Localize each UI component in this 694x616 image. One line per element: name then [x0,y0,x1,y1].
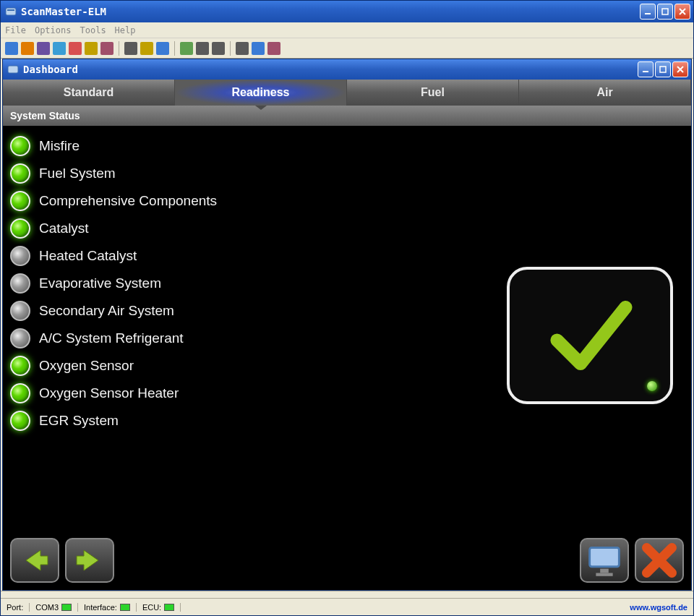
menu-options[interactable]: Options [35,25,72,35]
status-label: Oxygen Sensor Heater [39,385,179,401]
readiness-check-panel [507,267,673,404]
status-label: Fuel System [39,166,116,181]
toolbar-icon-6[interactable] [100,42,113,55]
main-titlebar: ScanMaster-ELM [1,1,693,22]
x-icon [636,537,682,583]
dashboard-title: Dashboard [23,64,638,75]
toolbar-icon-14[interactable] [252,42,265,55]
vendor-url[interactable]: www.wgsoft.de [630,603,687,612]
svg-rect-5 [643,71,648,72]
menubar: File Options Tools Help [1,22,693,38]
status-led-icon [10,273,30,294]
dashboard-maximize-button[interactable] [655,61,671,77]
status-item: Comprehensive Components [10,191,684,211]
cancel-button[interactable] [635,538,684,583]
tab-readiness[interactable]: Readiness [175,80,347,106]
menu-file[interactable]: File [5,25,26,35]
status-label: Heated Catalyst [39,248,137,264]
dashboard-window: Dashboard StandardReadinessFuelAir Syste… [2,59,692,591]
toolbar [1,38,693,59]
toolbar-icon-2[interactable] [37,42,50,55]
tab-air[interactable]: Air [519,80,691,106]
toolbar-icon-12[interactable] [212,42,225,55]
divider [1,591,693,598]
svg-rect-8 [600,569,609,573]
toolbar-icon-4[interactable] [69,42,82,55]
checkmark-icon [536,288,644,382]
tabs: StandardReadinessFuelAir [3,80,691,106]
menu-tools[interactable]: Tools [80,25,106,35]
svg-rect-3 [662,9,668,14]
toolbar-icon-10[interactable] [180,42,193,55]
status-label: Oxygen Sensor [39,358,134,374]
menu-help[interactable]: Help [115,25,136,35]
dashboard-window-controls [638,61,688,77]
svg-rect-9 [596,573,612,576]
status-interface: Interface: [84,603,137,612]
status-led-icon [10,191,30,211]
status-led-icon [10,383,30,403]
status-led-icon [10,356,30,376]
ecu-led-icon [164,604,174,611]
main-title: ScanMaster-ELM [21,6,640,17]
svg-rect-1 [7,9,14,11]
prev-button[interactable] [10,538,59,583]
toolbar-icon-1[interactable] [21,42,34,55]
status-ecu: ECU: [142,603,181,612]
next-button[interactable] [65,538,114,583]
status-led-icon [10,328,30,348]
port-led-icon [61,604,72,611]
status-led-icon [10,136,30,156]
app-icon [5,6,17,17]
status-label: EGR System [39,413,119,429]
toolbar-icon-8[interactable] [140,42,153,55]
status-led-icon [10,218,30,239]
display-button[interactable] [580,538,629,583]
dashboard-minimize-button[interactable] [638,61,654,77]
toolbar-icon-3[interactable] [53,42,66,55]
dashboard-close-button[interactable] [672,61,688,77]
status-led-icon [10,246,30,266]
status-port-value: COM3 [35,603,78,612]
svg-rect-4 [8,66,18,73]
status-led-icon [10,411,30,431]
minimize-button[interactable] [640,4,656,20]
status-label: Misfire [39,138,80,154]
arrow-left-icon [19,544,51,576]
port-label: Port: [7,603,23,612]
status-label: Catalyst [39,221,89,236]
interface-led-icon [120,604,130,611]
monitor-icon [581,537,627,583]
section-header: System Status [3,106,691,126]
svg-rect-6 [660,67,666,72]
tab-fuel[interactable]: Fuel [347,80,519,106]
close-button[interactable] [674,4,690,20]
status-label: Comprehensive Components [39,193,217,209]
svg-rect-7 [590,548,620,567]
maximize-button[interactable] [657,4,673,20]
dashboard-titlebar: Dashboard [3,59,691,80]
status-led-icon [10,301,30,321]
main-window-controls [640,4,690,20]
svg-rect-0 [6,8,16,15]
statusbar: Port: COM3 Interface: ECU: www.wgsoft.de [1,598,693,615]
status-dot-icon [647,381,657,391]
tab-standard[interactable]: Standard [3,80,175,106]
arrow-right-icon [74,544,106,576]
toolbar-icon-11[interactable] [196,42,209,55]
svg-rect-2 [645,13,651,14]
dashboard-icon [7,64,19,75]
port-value: COM3 [35,603,59,612]
status-label: A/C System Refrigerant [39,330,184,346]
interface-label: Interface: [84,603,117,612]
status-label: Secondary Air System [39,303,174,319]
status-item: Heated Catalyst [10,246,684,266]
status-item: Misfire [10,136,684,156]
status-port: Port: [7,603,30,612]
toolbar-icon-7[interactable] [124,42,137,55]
toolbar-icon-0[interactable] [5,42,18,55]
toolbar-icon-13[interactable] [236,42,249,55]
toolbar-icon-5[interactable] [85,42,98,55]
toolbar-icon-15[interactable] [267,42,280,55]
toolbar-icon-9[interactable] [156,42,169,55]
